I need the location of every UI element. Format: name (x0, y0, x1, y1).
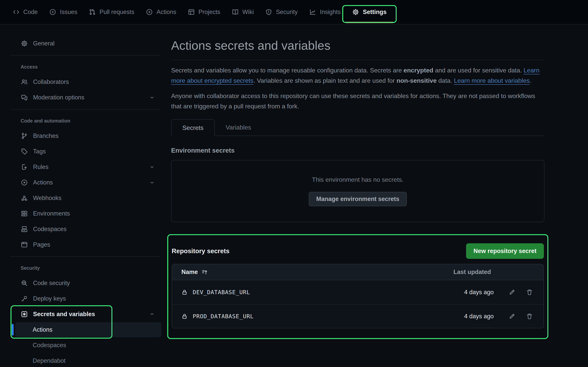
secret-row-prod_database_url: PROD_DATABASE_URL4 days ago (172, 304, 544, 328)
chevron-down-icon (149, 95, 155, 100)
name-column-header: Name (182, 268, 208, 275)
nav-item-pull-requests[interactable]: Pull requests (83, 0, 140, 24)
nav-item-issues[interactable]: Issues (43, 0, 83, 24)
sidebar-item-general[interactable]: General (0, 36, 166, 51)
sort-ascending-icon[interactable] (202, 269, 208, 275)
sidebar-item-deploy-keys[interactable]: Deploy keys (0, 291, 166, 306)
nav-item-wiki[interactable]: Wiki (226, 0, 260, 24)
sidebar-item-environments[interactable]: Environments (0, 206, 166, 221)
sidebar-divider (10, 55, 160, 56)
sidebar-item-label: Deploy keys (33, 295, 66, 302)
page-title: Actions secrets and variables (171, 38, 545, 52)
sidebar-item-label: Collaborators (33, 78, 69, 85)
play-icon (21, 179, 28, 186)
sidebar-subitem-codespaces[interactable]: Codespaces (0, 337, 166, 353)
tab-variables[interactable]: Variables (215, 119, 262, 135)
manage-environment-secrets-button[interactable]: Manage environment secrets (309, 192, 406, 206)
settings-main-content: Actions secrets and variables Secrets an… (171, 25, 545, 339)
nav-item-label: Settings (363, 8, 387, 16)
git-branch-icon (21, 133, 28, 139)
sidebar-item-label: Branches (33, 133, 59, 139)
webhook-icon (21, 195, 28, 201)
lock-icon (182, 289, 188, 295)
sidebar-item-code-security[interactable]: Code security (0, 275, 166, 291)
play-icon (146, 9, 153, 15)
sidebar-item-codespaces[interactable]: Codespaces (0, 221, 166, 237)
title-divider (171, 60, 545, 60)
sidebar-item-label: Actions (33, 179, 53, 186)
chevron-up-icon (149, 311, 155, 317)
sidebar-section-label: Security (0, 261, 166, 275)
sidebar-subitem-actions[interactable]: Actions (0, 322, 166, 337)
nav-item-label: Actions (156, 8, 176, 16)
sidebar-item-tags[interactable]: Tags (0, 144, 166, 159)
codespaces-icon (21, 226, 28, 233)
pencil-icon (509, 313, 515, 320)
nav-item-code[interactable]: Code (7, 0, 43, 24)
learn-more-link[interactable]: Learn more about variables (454, 77, 530, 84)
sidebar-item-label: Webhooks (33, 195, 61, 201)
sort-asc-icon (202, 269, 208, 275)
intro-text: . Variables are shown as plain text and … (253, 77, 397, 84)
rules-icon (21, 164, 28, 170)
tab-secrets[interactable]: Secrets (171, 119, 215, 136)
secret-row-dev_database_url: DEV_DATABASE_URL4 days ago (172, 280, 544, 304)
key-icon (21, 295, 28, 302)
sidebar-item-label: Codespaces (33, 226, 67, 233)
nav-item-insights[interactable]: Insights (303, 0, 346, 24)
edit-secret-button[interactable] (507, 287, 518, 298)
sidebar-subitem-label: Dependabot (33, 357, 66, 364)
nav-item-settings[interactable]: Settings (346, 0, 392, 24)
nav-item-label: Projects (199, 8, 220, 16)
emphasized-text: encrypted (404, 67, 433, 74)
browser-icon (21, 241, 28, 248)
sidebar-item-webhooks[interactable]: Webhooks (0, 190, 166, 206)
sidebar-item-actions[interactable]: Actions (0, 175, 166, 190)
environment-secrets-panel: This environment has no secrets. Manage … (171, 160, 545, 222)
issue-opened-icon (49, 9, 56, 15)
repository-secrets-header: Repository secrets New repository secret (172, 243, 544, 259)
git-pull-request-icon (89, 9, 96, 15)
nav-item-projects[interactable]: Projects (182, 0, 226, 24)
shield-icon (265, 9, 272, 15)
sidebar-subitem-dependabot[interactable]: Dependabot (0, 353, 166, 367)
nav-item-label: Pull requests (100, 8, 134, 16)
sidebar-item-label: Code security (33, 280, 70, 287)
secret-name: DEV_DATABASE_URL (193, 289, 250, 296)
intro-text: . (530, 77, 531, 84)
sidebar-item-label: Pages (33, 241, 50, 248)
sidebar-item-collaborators[interactable]: Collaborators (0, 74, 166, 90)
nav-item-security[interactable]: Security (259, 0, 303, 24)
sidebar-item-secrets-and-variables[interactable]: Secrets and variables (0, 306, 166, 322)
gear-icon (21, 40, 28, 47)
sidebar-item-moderation-options[interactable]: Moderation options (0, 90, 166, 105)
sidebar-item-branches[interactable]: Branches (0, 128, 166, 144)
fork-notice-paragraph: Anyone with collaborator access to this … (171, 91, 545, 111)
chevron-down-icon (149, 180, 155, 185)
repository-secrets-annotation-box: Repository secrets New repository secret… (167, 234, 548, 339)
sidebar-item-label: Environments (33, 210, 70, 217)
sidebar-divider (10, 109, 160, 109)
secret-name: PROD_DATABASE_URL (193, 313, 254, 320)
sidebar-section-label: Access (0, 59, 166, 74)
sidebar-item-pages[interactable]: Pages (0, 237, 166, 252)
settings-sidebar: GeneralAccessCollaboratorsModeration opt… (0, 25, 166, 367)
repository-secrets-table: Name Last updated DEV_DATABASE_URL4 days… (172, 264, 544, 328)
delete-secret-button[interactable] (524, 287, 535, 298)
sidebar-item-rules[interactable]: Rules (0, 159, 166, 175)
intro-paragraph: Secrets and variables allow you to manag… (171, 65, 545, 86)
people-icon (21, 79, 28, 85)
asterisk-box-icon (21, 311, 28, 317)
sidebar-item-label: Secrets and variables (33, 311, 95, 318)
secret-last-updated: 4 days ago (464, 313, 494, 320)
new-repository-secret-button[interactable]: New repository secret (466, 243, 544, 259)
gear-icon (352, 9, 359, 15)
nav-item-actions[interactable]: Actions (140, 0, 182, 24)
nav-item-label: Insights (320, 8, 341, 16)
delete-secret-button[interactable] (524, 311, 535, 322)
pencil-icon (509, 289, 515, 296)
sidebar-subitem-label: Actions (33, 326, 52, 333)
edit-secret-button[interactable] (507, 311, 518, 322)
nav-item-label: Wiki (242, 8, 254, 16)
sidebar-subitem-label: Codespaces (33, 342, 66, 349)
